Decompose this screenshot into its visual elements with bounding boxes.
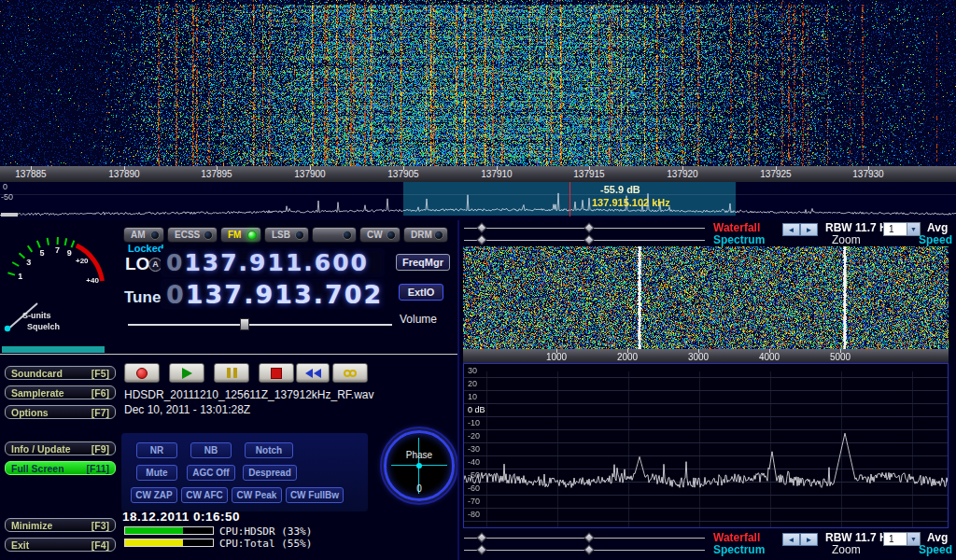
despread-button[interactable]: Despread xyxy=(243,465,297,481)
stop-icon xyxy=(271,368,282,379)
lo-leading-zero: 0 xyxy=(166,249,184,276)
overview-scrollbar-thumb[interactable] xyxy=(1,213,18,217)
chevron-down-icon[interactable]: ▼ xyxy=(907,223,920,235)
slider-thumb[interactable] xyxy=(476,234,486,245)
af-freq-tick-label: 5000 xyxy=(830,352,851,362)
notch-button[interactable]: Notch xyxy=(245,442,293,458)
mode-drm-button[interactable]: DRM xyxy=(403,227,448,243)
slider-thumb[interactable] xyxy=(583,222,594,232)
volume-slider-thumb[interactable] xyxy=(240,318,249,330)
rewind-icon xyxy=(314,369,321,378)
cw-peak-button[interactable]: CW Peak xyxy=(232,487,282,503)
tune-leading-zero: 0 xyxy=(166,280,186,309)
menu-samplerate-button[interactable]: Samplerate [F6] xyxy=(5,385,116,399)
pause-button[interactable] xyxy=(214,363,249,383)
menu-minimize-button[interactable]: Minimize [F3] xyxy=(5,518,116,532)
mute-button[interactable]: Mute xyxy=(136,465,177,481)
volume-slider-track[interactable] xyxy=(128,324,392,326)
tune-cursor-line[interactable] xyxy=(569,182,570,217)
mode-label: ECSS xyxy=(175,230,200,240)
phase-dial[interactable]: Phase 0 xyxy=(380,427,458,505)
mode-label: DRM xyxy=(411,230,432,240)
nr-button[interactable]: NR xyxy=(136,442,177,458)
db-tick-label: -60 xyxy=(468,483,480,493)
mode-usb-button[interactable] xyxy=(312,227,357,243)
zoom-in-button[interactable]: ► xyxy=(800,223,818,236)
rf-waterfall-label: Waterfall xyxy=(713,221,760,234)
zoom-out-button[interactable]: ◄ xyxy=(782,223,800,236)
overview-db-mid: -50 xyxy=(1,192,13,202)
af-spectrum-canvas[interactable] xyxy=(464,364,948,527)
slider-thumb[interactable] xyxy=(583,532,594,542)
rewind-button[interactable] xyxy=(296,363,330,383)
slider-thumb[interactable] xyxy=(476,532,486,542)
nb-button[interactable]: NB xyxy=(190,442,232,458)
menu-soundcard-button[interactable]: Soundcard [F5] xyxy=(5,366,116,380)
freq-tick-label: 137915 xyxy=(573,169,604,179)
record-button[interactable] xyxy=(124,363,160,383)
cpu-total-fill xyxy=(125,539,183,546)
af-avg-label: Avg xyxy=(927,531,948,544)
stop-button[interactable] xyxy=(259,363,294,383)
db-tick-label: -10 xyxy=(468,418,480,427)
recording-timestamp: Dec 10, 2011 - 13:01:28Z xyxy=(124,403,250,416)
squelch-track-line xyxy=(0,354,457,355)
mode-row: AM ECSS FM LSB CW DRM xyxy=(123,227,448,243)
freq-tick-label: 137900 xyxy=(294,169,325,179)
record-icon xyxy=(136,368,148,379)
clock: 18.12.2011 0:16:50 xyxy=(122,510,240,524)
squelch-knob[interactable] xyxy=(5,326,10,331)
cw-zap-button[interactable]: CW ZAP xyxy=(131,487,177,503)
slider-thumb[interactable] xyxy=(583,234,594,245)
mode-am-button[interactable]: AM xyxy=(123,227,164,243)
rf-speed-label: Speed xyxy=(919,233,952,246)
mode-fm-button[interactable]: FM xyxy=(220,227,261,243)
tune-frequency-display[interactable]: 0137.913.702 xyxy=(161,279,385,309)
mode-cw-button[interactable]: CW xyxy=(359,227,401,243)
af-spectrum[interactable]: 30 20 10 0 dB -10 -20 -30 -40 -50 -60 -7… xyxy=(463,363,949,528)
db-tick-label: 10 xyxy=(468,392,477,401)
menu-options-button[interactable]: Options [F7] xyxy=(5,405,116,419)
menu-fullscreen-button[interactable]: Full Screen [F11] xyxy=(5,461,116,475)
menu-exit-button[interactable]: Exit [F4] xyxy=(5,538,116,552)
lo-frequency-display[interactable]: 0137.911.600 xyxy=(161,248,385,277)
loop-button[interactable] xyxy=(332,363,368,383)
cpu-hdsdr-bar xyxy=(124,526,214,535)
freqmgr-button[interactable]: FreqMgr xyxy=(396,254,450,271)
slider-thumb[interactable] xyxy=(476,544,486,554)
freq-tick-label: 137920 xyxy=(667,169,697,179)
zoom-out-button[interactable]: ◄ xyxy=(782,533,800,546)
slider-thumb[interactable] xyxy=(583,544,594,554)
phase-label: Phase xyxy=(380,450,458,460)
cpu-hdsdr-fill xyxy=(125,527,183,534)
freq-tick-label: 137930 xyxy=(852,169,883,179)
zoom-in-button[interactable]: ► xyxy=(800,533,818,546)
extio-button[interactable]: ExtIO xyxy=(399,284,443,301)
chevron-down-icon[interactable]: ▼ xyxy=(907,533,920,545)
af-waterfall[interactable] xyxy=(463,246,949,349)
agc-button[interactable]: AGC Off xyxy=(187,465,235,481)
squelch-level-bar[interactable] xyxy=(2,346,105,353)
menu-key: [F4] xyxy=(91,539,109,551)
rf-waterfall[interactable] xyxy=(0,0,956,166)
rf-avg-select[interactable]: 1 ▼ xyxy=(883,222,921,236)
rf-zoom-label: Zoom xyxy=(832,233,861,246)
slider-thumb[interactable] xyxy=(476,222,486,232)
af-avg-select[interactable]: 1 ▼ xyxy=(883,532,921,546)
mode-lsb-button[interactable]: LSB xyxy=(264,227,309,243)
cw-fullbw-button[interactable]: CW FullBw xyxy=(286,487,344,503)
db-tick-label: 30 xyxy=(468,366,477,375)
cw-afc-button[interactable]: CW AFC xyxy=(181,487,228,503)
db-tick-label: 20 xyxy=(468,379,477,388)
rf-frequency-ruler[interactable]: 137885 137890 137895 137900 137905 13791… xyxy=(0,166,956,182)
cursor-db-readout: -55.9 dB xyxy=(600,184,640,195)
menu-info-update-button[interactable]: Info / Update [F9] xyxy=(5,441,116,455)
play-button[interactable] xyxy=(169,363,204,383)
loop-icon xyxy=(349,370,357,377)
menu-label: Samplerate xyxy=(11,387,64,399)
af-freq-tick-label: 3000 xyxy=(688,352,709,362)
overview-spectrum-canvas[interactable] xyxy=(0,182,956,220)
rf-spectrum-overview[interactable]: 0 -50 -55.9 dB 137.915.102 kHz xyxy=(0,182,956,220)
mode-ecss-button[interactable]: ECSS xyxy=(167,227,218,243)
af-frequency-ruler[interactable]: 1000 2000 3000 4000 5000 xyxy=(463,349,949,363)
